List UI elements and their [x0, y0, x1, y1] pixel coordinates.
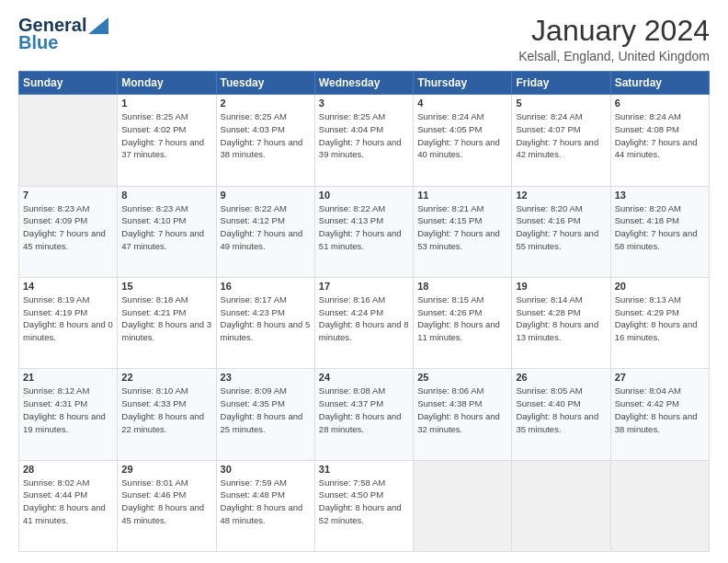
location-subtitle: Kelsall, England, United Kingdom	[518, 49, 710, 63]
month-title: January 2024	[518, 15, 710, 47]
col-thursday: Thursday	[414, 72, 512, 95]
day-info: Sunrise: 7:59 AMSunset: 4:48 PMDaylight:…	[221, 477, 311, 527]
table-row	[414, 460, 512, 551]
day-number: 3	[319, 98, 409, 109]
day-info: Sunrise: 8:25 AMSunset: 4:03 PMDaylight:…	[221, 110, 311, 161]
day-number: 19	[516, 281, 606, 292]
day-info: Sunrise: 8:01 AMSunset: 4:46 PMDaylight:…	[121, 477, 211, 527]
table-row: 30Sunrise: 7:59 AMSunset: 4:48 PMDayligh…	[216, 460, 314, 551]
table-row: 28Sunrise: 8:02 AMSunset: 4:44 PMDayligh…	[19, 460, 118, 551]
table-row: 21Sunrise: 8:12 AMSunset: 4:31 PMDayligh…	[19, 369, 118, 460]
table-row: 12Sunrise: 8:20 AMSunset: 4:16 PMDayligh…	[512, 186, 610, 277]
day-info: Sunrise: 8:25 AMSunset: 4:04 PMDaylight:…	[319, 110, 409, 161]
day-number: 6	[615, 98, 705, 109]
table-row: 16Sunrise: 8:17 AMSunset: 4:23 PMDayligh…	[216, 277, 314, 368]
day-info: Sunrise: 8:24 AMSunset: 4:05 PMDaylight:…	[417, 110, 507, 161]
day-number: 31	[319, 464, 409, 475]
table-row: 18Sunrise: 8:15 AMSunset: 4:26 PMDayligh…	[414, 277, 512, 368]
table-row: 5Sunrise: 8:24 AMSunset: 4:07 PMDaylight…	[512, 95, 610, 186]
table-row: 27Sunrise: 8:04 AMSunset: 4:42 PMDayligh…	[610, 369, 709, 460]
page: General Blue January 2024 Kelsall, Engla…	[0, 0, 728, 563]
table-row: 3Sunrise: 8:25 AMSunset: 4:04 PMDaylight…	[314, 95, 413, 186]
table-row: 6Sunrise: 8:24 AMSunset: 4:08 PMDaylight…	[610, 95, 709, 186]
day-number: 7	[23, 190, 113, 201]
col-tuesday: Tuesday	[216, 72, 314, 95]
day-info: Sunrise: 8:10 AMSunset: 4:33 PMDaylight:…	[121, 385, 211, 435]
calendar-table: Sunday Monday Tuesday Wednesday Thursday…	[18, 71, 710, 552]
calendar-header-row: Sunday Monday Tuesday Wednesday Thursday…	[19, 72, 710, 95]
day-info: Sunrise: 8:23 AMSunset: 4:10 PMDaylight:…	[121, 202, 211, 253]
day-info: Sunrise: 8:05 AMSunset: 4:40 PMDaylight:…	[516, 385, 606, 435]
day-info: Sunrise: 8:18 AMSunset: 4:21 PMDaylight:…	[121, 293, 211, 344]
table-row: 25Sunrise: 8:06 AMSunset: 4:38 PMDayligh…	[414, 369, 512, 460]
day-info: Sunrise: 8:24 AMSunset: 4:08 PMDaylight:…	[615, 110, 705, 161]
title-block: January 2024 Kelsall, England, United Ki…	[518, 15, 710, 63]
col-wednesday: Wednesday	[314, 72, 413, 95]
day-number: 28	[23, 464, 113, 475]
day-info: Sunrise: 8:08 AMSunset: 4:37 PMDaylight:…	[319, 385, 409, 435]
day-info: Sunrise: 7:58 AMSunset: 4:50 PMDaylight:…	[319, 477, 409, 527]
table-row: 10Sunrise: 8:22 AMSunset: 4:13 PMDayligh…	[314, 186, 413, 277]
day-info: Sunrise: 8:20 AMSunset: 4:18 PMDaylight:…	[615, 202, 705, 253]
col-monday: Monday	[118, 72, 216, 95]
table-row: 1Sunrise: 8:25 AMSunset: 4:02 PMDaylight…	[118, 95, 216, 186]
day-number: 18	[417, 281, 507, 292]
table-row: 26Sunrise: 8:05 AMSunset: 4:40 PMDayligh…	[512, 369, 610, 460]
col-friday: Friday	[512, 72, 610, 95]
table-row: 15Sunrise: 8:18 AMSunset: 4:21 PMDayligh…	[118, 277, 216, 368]
day-info: Sunrise: 8:25 AMSunset: 4:02 PMDaylight:…	[121, 110, 211, 161]
svg-marker-0	[88, 17, 108, 34]
calendar-week-row: 7Sunrise: 8:23 AMSunset: 4:09 PMDaylight…	[19, 186, 710, 277]
table-row	[19, 95, 118, 186]
day-number: 20	[615, 281, 705, 292]
day-info: Sunrise: 8:12 AMSunset: 4:31 PMDaylight:…	[23, 385, 113, 435]
day-info: Sunrise: 8:09 AMSunset: 4:35 PMDaylight:…	[221, 385, 311, 435]
day-info: Sunrise: 8:14 AMSunset: 4:28 PMDaylight:…	[516, 293, 606, 344]
logo-icon	[88, 17, 108, 34]
day-info: Sunrise: 8:02 AMSunset: 4:44 PMDaylight:…	[23, 477, 113, 527]
calendar-week-row: 28Sunrise: 8:02 AMSunset: 4:44 PMDayligh…	[19, 460, 710, 551]
calendar-week-row: 21Sunrise: 8:12 AMSunset: 4:31 PMDayligh…	[19, 369, 710, 460]
day-number: 30	[221, 464, 311, 475]
table-row: 2Sunrise: 8:25 AMSunset: 4:03 PMDaylight…	[216, 95, 314, 186]
day-number: 13	[615, 190, 705, 201]
day-info: Sunrise: 8:22 AMSunset: 4:12 PMDaylight:…	[221, 202, 311, 253]
day-info: Sunrise: 8:17 AMSunset: 4:23 PMDaylight:…	[221, 293, 311, 344]
day-info: Sunrise: 8:20 AMSunset: 4:16 PMDaylight:…	[516, 202, 606, 253]
day-info: Sunrise: 8:19 AMSunset: 4:19 PMDaylight:…	[23, 293, 113, 344]
day-info: Sunrise: 8:21 AMSunset: 4:15 PMDaylight:…	[417, 202, 507, 253]
day-number: 5	[516, 98, 606, 109]
day-number: 29	[121, 464, 211, 475]
day-info: Sunrise: 8:06 AMSunset: 4:38 PMDaylight:…	[417, 385, 507, 435]
day-number: 14	[23, 281, 113, 292]
table-row: 13Sunrise: 8:20 AMSunset: 4:18 PMDayligh…	[610, 186, 709, 277]
calendar-week-row: 1Sunrise: 8:25 AMSunset: 4:02 PMDaylight…	[19, 95, 710, 186]
day-info: Sunrise: 8:16 AMSunset: 4:24 PMDaylight:…	[319, 293, 409, 344]
day-info: Sunrise: 8:13 AMSunset: 4:29 PMDaylight:…	[615, 293, 705, 344]
table-row: 24Sunrise: 8:08 AMSunset: 4:37 PMDayligh…	[314, 369, 413, 460]
calendar-week-row: 14Sunrise: 8:19 AMSunset: 4:19 PMDayligh…	[19, 277, 710, 368]
day-number: 11	[417, 190, 507, 201]
col-saturday: Saturday	[610, 72, 709, 95]
day-number: 27	[615, 372, 705, 383]
table-row: 19Sunrise: 8:14 AMSunset: 4:28 PMDayligh…	[512, 277, 610, 368]
table-row	[512, 460, 610, 551]
table-row: 4Sunrise: 8:24 AMSunset: 4:05 PMDaylight…	[414, 95, 512, 186]
table-row	[610, 460, 709, 551]
day-number: 4	[417, 98, 507, 109]
logo-blue-text: Blue	[18, 32, 58, 53]
day-number: 8	[121, 190, 211, 201]
table-row: 7Sunrise: 8:23 AMSunset: 4:09 PMDaylight…	[19, 186, 118, 277]
logo: General Blue	[18, 15, 108, 53]
col-sunday: Sunday	[19, 72, 118, 95]
table-row: 23Sunrise: 8:09 AMSunset: 4:35 PMDayligh…	[216, 369, 314, 460]
day-number: 26	[516, 372, 606, 383]
day-info: Sunrise: 8:04 AMSunset: 4:42 PMDaylight:…	[615, 385, 705, 435]
day-info: Sunrise: 8:15 AMSunset: 4:26 PMDaylight:…	[417, 293, 507, 344]
day-info: Sunrise: 8:23 AMSunset: 4:09 PMDaylight:…	[23, 202, 113, 253]
day-number: 23	[221, 372, 311, 383]
table-row: 8Sunrise: 8:23 AMSunset: 4:10 PMDaylight…	[118, 186, 216, 277]
table-row: 9Sunrise: 8:22 AMSunset: 4:12 PMDaylight…	[216, 186, 314, 277]
day-number: 9	[221, 190, 311, 201]
table-row: 11Sunrise: 8:21 AMSunset: 4:15 PMDayligh…	[414, 186, 512, 277]
